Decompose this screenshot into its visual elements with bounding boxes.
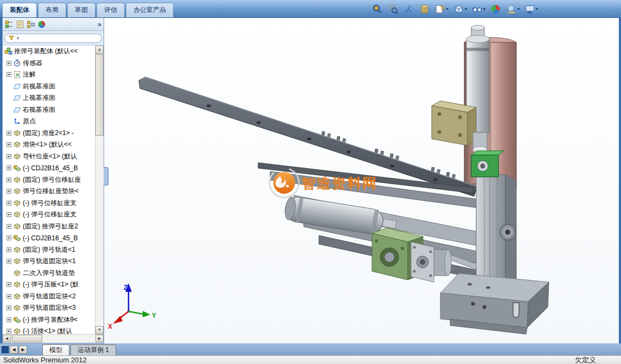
tree-root-item[interactable]: 推弹弓装配体 (默认<< <box>3 46 95 58</box>
tree-item[interactable]: +A注解 <box>3 69 95 81</box>
ribbon-tab-4[interactable]: 办公室产品 <box>126 3 174 17</box>
vertical-scroll-thumb[interactable] <box>95 54 104 136</box>
expand-toggle[interactable]: + <box>7 72 11 77</box>
tree-item[interactable]: +(-) CDJ2B16_45_B <box>3 162 95 174</box>
expand-toggle[interactable]: + <box>7 259 11 264</box>
expand-toggle[interactable]: + <box>7 61 11 66</box>
scroll-down-button[interactable]: ▼ <box>95 326 104 334</box>
tree-horizontal-scrollbar[interactable]: ◀ ▶ <box>3 334 104 343</box>
tree-item[interactable]: 前视基准面 <box>3 81 95 93</box>
apply-scene-button[interactable]: ▾ <box>504 2 521 16</box>
expand-toggle[interactable]: + <box>7 177 11 182</box>
svg-text:A: A <box>16 73 20 78</box>
ribbon-tab-1[interactable]: 布局 <box>38 3 66 17</box>
bottom-tab-bar: ◀ ▶ 模型运动算例 1 <box>0 343 621 355</box>
assembly-icon <box>13 316 21 324</box>
view-settings-button[interactable]: ▾ <box>523 2 540 16</box>
feature-manager-panel: » ▾ 推弹弓装配体 (默认<<+传感器+A注解前视基准面上视基准面右视基准面原… <box>2 17 104 343</box>
tree-item[interactable]: 二次入弹弓轨道垫 <box>3 267 95 279</box>
assembly-model[interactable]: 智造资料网 Z X Y <box>104 17 619 343</box>
dropdown-caret-icon[interactable]: ▾ <box>536 7 538 11</box>
tree-item[interactable]: 原点 <box>3 116 95 127</box>
tree-item[interactable]: +弹弓位移缸座垫块< <box>3 186 95 197</box>
tree-item[interactable]: +导针位座<1> (默认 <box>3 151 95 163</box>
panel-splitter-handle[interactable] <box>104 167 108 186</box>
expand-toggle[interactable]: + <box>7 212 11 217</box>
expand-toggle[interactable]: + <box>7 294 11 299</box>
zoom-fit-button[interactable] <box>370 2 385 16</box>
expand-toggle[interactable]: + <box>7 189 11 194</box>
adjustment-wheel-part[interactable] <box>500 224 516 240</box>
scroll-left-button[interactable]: ◀ <box>3 335 11 342</box>
part-icon <box>13 246 21 254</box>
scroll-right-button[interactable]: ▶ <box>95 335 104 342</box>
dropdown-caret-icon[interactable]: ▾ <box>465 7 467 11</box>
document-tab-0[interactable]: 模型 <box>42 344 69 355</box>
tree-item[interactable]: 上视基准面 <box>3 92 95 104</box>
tree-item[interactable]: +(-) 弹弓位移缸座支 <box>3 197 95 209</box>
part-icon <box>13 269 21 277</box>
dropdown-caret-icon[interactable]: ▾ <box>483 7 485 11</box>
horizontal-scroll-track[interactable] <box>11 335 95 343</box>
tab-scroll-right-icon[interactable]: ▶ <box>19 346 27 354</box>
expand-toggle[interactable]: + <box>7 131 11 136</box>
drawing-view-button[interactable]: ▾ <box>433 2 450 16</box>
tree-item[interactable]: +弹弓轨道固定块<3 <box>3 302 95 314</box>
edit-appearance-button[interactable] <box>489 2 503 16</box>
plane-icon <box>13 82 21 91</box>
expand-toggle[interactable]: + <box>7 282 11 287</box>
expand-toggle[interactable]: + <box>7 201 11 206</box>
part-icon <box>13 257 21 265</box>
filter-dropdown-caret-icon[interactable]: ▾ <box>17 36 19 41</box>
tree-item[interactable]: +弹弓轨道固定块<2 <box>3 291 95 303</box>
dropdown-caret-icon[interactable]: ▾ <box>517 7 520 11</box>
configuration-manager-tab-button[interactable] <box>27 20 35 29</box>
panel-toolbar-overflow-button[interactable]: » <box>98 21 101 28</box>
tree-item[interactable]: +(-) CDJ2B16_45_B <box>3 232 95 244</box>
expand-toggle[interactable]: + <box>7 305 11 310</box>
expand-toggle[interactable]: + <box>7 224 11 229</box>
ribbon-tab-2[interactable]: 草图 <box>67 3 95 17</box>
previous-view-button[interactable] <box>402 2 416 16</box>
tree-item[interactable]: +(-) 推弹弓装配体9< <box>3 314 95 326</box>
expand-toggle[interactable]: + <box>7 165 11 170</box>
ribbon-tab-3[interactable]: 评估 <box>97 3 125 17</box>
property-manager-tab-button[interactable] <box>16 20 24 29</box>
scroll-up-button[interactable]: ▲ <box>95 46 104 54</box>
tree-item[interactable]: +(固定) 弹弓位移缸座 <box>3 174 95 186</box>
horizontal-scroll-thumb[interactable] <box>12 335 42 342</box>
zoom-area-button[interactable] <box>386 2 400 16</box>
expand-toggle[interactable]: + <box>7 247 11 252</box>
tree-item[interactable]: +(固定) 推弹弓缸座2 <box>3 221 95 233</box>
view-orientation-button[interactable]: ▾ <box>452 2 469 16</box>
document-tab-1[interactable]: 运动算例 1 <box>71 344 116 355</box>
dropdown-caret-icon[interactable]: ▾ <box>446 7 449 11</box>
tab-splitter-handle[interactable] <box>2 346 9 353</box>
part-icon <box>13 280 21 289</box>
tab-scroll-left-icon[interactable]: ◀ <box>10 346 18 354</box>
expand-toggle[interactable]: + <box>7 154 11 159</box>
tree-item[interactable]: +(固定) 滑座2<1> - <box>3 127 95 139</box>
expand-toggle[interactable]: + <box>7 235 11 240</box>
expand-toggle[interactable]: + <box>7 142 11 147</box>
featuremanager-tree-tab-button[interactable] <box>5 20 14 29</box>
base-plate-part[interactable] <box>440 273 549 334</box>
ribbon-tab-0[interactable]: 装配体 <box>2 3 37 17</box>
tree-vertical-scrollbar[interactable]: ▲ ▼ <box>95 46 104 334</box>
tree-item[interactable]: +(-) 弹弓压板<1> (默 <box>3 279 95 291</box>
expand-toggle[interactable]: + <box>7 317 11 322</box>
tree-item[interactable]: +(-) 弹弓位移缸座支 <box>3 209 95 221</box>
tree-item[interactable]: 右视基准面 <box>3 104 95 116</box>
filter-box[interactable]: ▾ <box>4 34 102 43</box>
tree-item[interactable]: +(固定) 弹弓轨道<1 <box>3 244 95 256</box>
tree-item[interactable]: +传感器 <box>3 58 95 69</box>
mounting-bracket-part[interactable] <box>432 101 476 145</box>
tree-item[interactable]: +弹弓轨道固定块<1 <box>3 256 95 267</box>
graphics-viewport[interactable]: 智造资料网 Z X Y <box>104 17 619 343</box>
expand-toggle[interactable]: + <box>7 329 11 334</box>
display-manager-tab-button[interactable] <box>37 20 46 29</box>
tree-item[interactable]: +滑块<1> (默认<< <box>3 139 95 151</box>
hide-show-items-button[interactable]: ▾ <box>470 2 487 16</box>
section-view-button[interactable] <box>418 2 432 16</box>
tree-item[interactable]: +(-) 活接<1> (默认 <box>3 325 95 334</box>
